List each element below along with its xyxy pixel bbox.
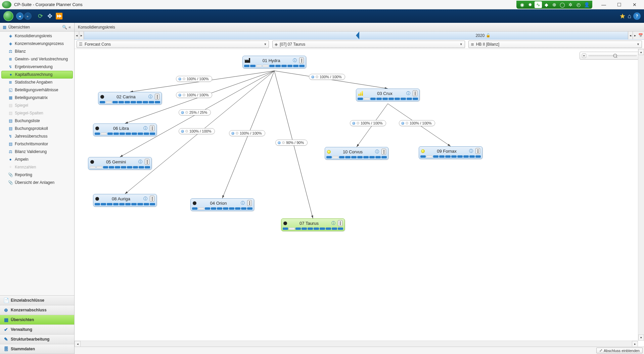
refresh-button[interactable]: ⟳ [36, 11, 45, 21]
sidebar-item[interactable]: ⚖Bilanz Validierung [0, 148, 74, 156]
edge-label[interactable]: 100% / 100% [176, 76, 212, 82]
sidebar-item[interactable]: ◈Konzernsteuerungsprozess [0, 40, 74, 48]
node-menu-button[interactable] [338, 220, 342, 226]
org-node[interactable]: 02 Carina ⓘ [98, 92, 162, 105]
home-icon[interactable]: ⌂ [628, 13, 631, 20]
edge-label[interactable]: 100% / 100% [350, 120, 386, 126]
sidebar-item[interactable]: ▦Beteiligungsmatrix [0, 94, 74, 102]
module-icon[interactable]: 👤 [583, 1, 590, 8]
sidebar-item[interactable]: ≣Statistische Angaben [0, 79, 74, 86]
help-button[interactable]: ? [633, 12, 641, 20]
scenario-select[interactable]: ☰ Forecast Cons ▼ [77, 41, 269, 48]
sidebar-item[interactable]: ↯Ergebnisverwendung [0, 63, 74, 71]
node-menu-button[interactable] [475, 148, 480, 154]
zoom-slider-thumb[interactable] [613, 53, 617, 58]
search-icon[interactable]: 🔍 [61, 25, 68, 30]
entity-select[interactable]: ◈ [07] 07 Taurus ▼ [272, 41, 465, 48]
org-node[interactable]: 01 Hydra ⓘ [242, 56, 306, 68]
edge-label[interactable]: 100% / 100% [176, 92, 212, 98]
info-icon[interactable]: ⓘ [143, 126, 148, 131]
node-menu-button[interactable] [145, 159, 149, 165]
sidebar-item[interactable]: ▤Fortschrittsmonitor [0, 140, 74, 148]
sidebar-item[interactable]: ↯Jahresüberschuss [0, 133, 74, 140]
sidebar-tab[interactable]: 🗄Stammdaten [0, 344, 74, 354]
timeline-prev-button[interactable]: ▸ [79, 32, 84, 39]
timeline-next-fast-button[interactable]: ▸ [633, 32, 637, 39]
zoom-control[interactable]: ▾ [580, 52, 639, 60]
info-icon[interactable]: ⓘ [331, 221, 336, 225]
sidebar-tab[interactable]: 📄Einzelabschlüsse [0, 296, 74, 305]
info-icon[interactable]: ⓘ [375, 149, 379, 154]
info-icon[interactable]: ⓘ [240, 201, 245, 205]
diagram-canvas[interactable]: 01 Hydra ⓘ 02 Carina ⓘ 03 Crux ⓘ 06 Libr… [75, 49, 644, 347]
sidebar-item[interactable]: ▤Buchungsprotokoll [0, 125, 74, 133]
node-menu-button[interactable] [381, 149, 386, 155]
edge-label[interactable]: 25% / 25% [179, 109, 211, 115]
node-menu-button[interactable] [299, 57, 304, 63]
sidebar-item[interactable]: ●Ampeln [0, 156, 74, 163]
info-icon[interactable]: ⓘ [143, 196, 148, 201]
horizontal-scrollbar[interactable]: ◂ ▸ [75, 341, 638, 347]
sidebar-item[interactable]: ◈Konsolidierungskreis [0, 32, 74, 40]
nav-back-button[interactable]: ◂ [16, 12, 24, 20]
move-button[interactable]: ✥ [45, 11, 54, 21]
sidebar-item[interactable]: ◱Beteiligungsverhältnisse [0, 86, 74, 94]
info-icon[interactable]: ⓘ [292, 58, 297, 63]
module-icon[interactable]: ◉ [518, 1, 526, 8]
sidebar-tab[interactable]: ⊕Konzernabschluss [0, 305, 74, 315]
zoom-dropdown-icon[interactable]: ▾ [582, 53, 586, 58]
sidebar-item[interactable]: 📎Reporting [0, 171, 74, 179]
node-menu-button[interactable] [413, 90, 417, 96]
org-node[interactable]: 10 Corvus ⓘ [325, 147, 388, 160]
sidebar-item[interactable]: 📎Übersicht der Anlagen [0, 179, 74, 187]
sidebar-item[interactable]: ≣Gewinn- und Verlustrechnung [0, 55, 74, 63]
module-icon[interactable]: ✸ [526, 1, 534, 8]
info-icon[interactable]: ⓘ [148, 94, 153, 99]
scroll-left-button[interactable]: ◂ [75, 341, 81, 347]
sidebar-tab[interactable]: ▦Übersichten [0, 315, 74, 325]
edge-label[interactable]: 90% / 90% [275, 140, 308, 146]
module-icon[interactable]: ⊕ [551, 1, 558, 8]
info-icon[interactable]: ⓘ [138, 159, 143, 164]
org-node[interactable]: 09 Fornax ⓘ [419, 146, 482, 159]
nav-forward-button[interactable]: ▸ [24, 12, 32, 20]
timeline-prev-fast-button[interactable]: ◂ [75, 32, 79, 39]
org-node[interactable]: 05 Gemini ⓘ [88, 157, 152, 170]
module-icon[interactable]: ◆ [543, 1, 550, 8]
module-icon[interactable]: ✲ [567, 1, 574, 8]
forward-button[interactable]: ⏩ [54, 11, 64, 21]
book-select[interactable]: ≣ HB II [Bilanz] ▼ [468, 41, 642, 48]
edge-label[interactable]: 100% / 100% [399, 120, 435, 126]
timeline-next-button[interactable]: ◂ [628, 32, 633, 39]
org-node[interactable]: 08 Auriga ⓘ [93, 194, 157, 207]
zoom-slider-track[interactable] [588, 55, 637, 56]
calendar-button[interactable]: 📅 [637, 32, 644, 39]
org-node[interactable]: 06 Libra ⓘ [93, 123, 157, 136]
org-node[interactable]: 03 Crux ⓘ [356, 89, 420, 101]
sidebar-tab[interactable]: ✎Strukturbearbeitung [0, 335, 74, 344]
module-icon[interactable]: ∿ [535, 1, 542, 8]
collapse-icon[interactable]: « [68, 25, 72, 30]
timeline-track[interactable]: 2020 🔓 [84, 32, 628, 39]
org-node[interactable]: 07 Taurus ⓘ [281, 218, 345, 231]
show-closing-button[interactable]: ⤢ Abschluss einblenden [596, 348, 643, 353]
scroll-up-button[interactable]: ▴ [638, 49, 644, 55]
edge-label[interactable]: 100% / 100% [229, 130, 265, 136]
node-menu-button[interactable] [150, 125, 154, 131]
sidebar-item[interactable]: ▤Buchungsliste [0, 117, 74, 125]
node-menu-button[interactable] [150, 196, 154, 202]
favorite-icon[interactable]: ★ [619, 12, 626, 20]
edge-label[interactable]: 100% / 100% [309, 74, 345, 80]
window-close-button[interactable]: ✕ [627, 0, 642, 9]
window-maximize-button[interactable]: ☐ [612, 0, 627, 9]
sidebar-tab[interactable]: ✔Verwaltung [0, 325, 74, 335]
module-icon[interactable]: ◯ [559, 1, 566, 8]
sidebar-item[interactable]: ⚖Bilanz [0, 48, 74, 55]
module-icon[interactable]: ◴ [575, 1, 582, 8]
org-node[interactable]: 04 Orion ⓘ [190, 198, 254, 211]
edge-label[interactable]: 100% / 100% [179, 128, 215, 134]
node-menu-button[interactable] [155, 94, 159, 100]
info-icon[interactable]: ⓘ [406, 91, 411, 96]
node-menu-button[interactable] [247, 200, 252, 206]
sidebar-item[interactable]: ●Kapitalflussrechnung [1, 71, 73, 79]
